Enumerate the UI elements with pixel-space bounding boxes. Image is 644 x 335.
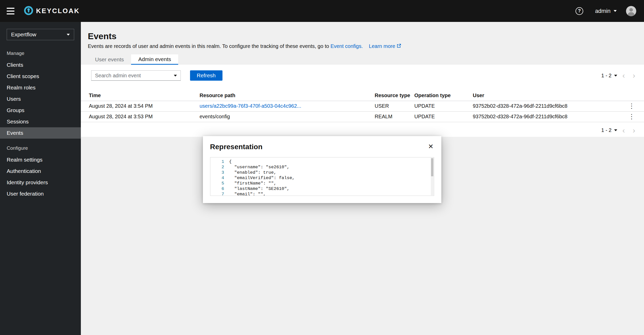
representation-code-editor[interactable]: 1 2 3 4 5 6 7 { "username": "se2610", "e… [210, 157, 434, 196]
learn-more-link[interactable]: Learn more [369, 43, 401, 49]
code-line: "username": "se2610", [229, 164, 295, 170]
pagination-bottom: 1 - 2 ‹ › [81, 122, 644, 134]
pagination-range-dropdown[interactable]: 1 - 2 [601, 73, 617, 79]
sidebar-item-realm-settings[interactable]: Realm settings [0, 154, 81, 165]
realm-selector[interactable]: Expertflow [7, 29, 74, 40]
search-admin-event-dropdown[interactable]: Search admin event [91, 70, 181, 81]
sidebar: Expertflow Manage Clients Client scopes … [0, 22, 81, 335]
code-content: { "username": "se2610", "enabled": true,… [224, 159, 295, 196]
sidebar-item-sessions[interactable]: Sessions [0, 116, 81, 127]
column-resource-path: Resource path [200, 90, 375, 101]
code-scrollbar[interactable] [431, 158, 434, 195]
column-resource-type: Resource type [375, 90, 414, 101]
nav-section-label: Configure [0, 139, 81, 154]
tab-user-events[interactable]: User events [88, 54, 131, 65]
pagination-range-dropdown[interactable]: 1 - 2 [601, 127, 617, 133]
row-actions-kebab-icon[interactable]: ⋮ [628, 113, 635, 120]
event-time: August 28, 2024 at 3:54 PM [81, 101, 200, 111]
nav-section-manage: Manage Clients Client scopes Realm roles… [0, 44, 81, 139]
resource-path: events/config [200, 111, 375, 122]
username-label: admin [595, 8, 611, 14]
chevron-down-icon [614, 75, 617, 77]
operation-type: UPDATE [414, 101, 473, 111]
hamburger-menu-icon[interactable] [7, 8, 15, 14]
close-icon[interactable]: ✕ [428, 143, 434, 150]
column-time: Time [81, 90, 200, 101]
page-title: Events [88, 31, 637, 41]
chevron-down-icon [174, 75, 177, 77]
sidebar-item-realm-roles[interactable]: Realm roles [0, 82, 81, 93]
brand-text: KEYCLOAK [36, 7, 80, 15]
sidebar-item-users[interactable]: Users [0, 93, 81, 105]
toolbar: Search admin event Refresh 1 - 2 ‹ › [81, 65, 644, 81]
topbar: KEYCLOAK ? admin [0, 0, 644, 22]
event-configs-link[interactable]: Event configs. [330, 43, 363, 49]
sidebar-item-events[interactable]: Events [0, 127, 81, 139]
modal-title: Representation [210, 143, 263, 151]
row-actions-kebab-icon[interactable]: ⋮ [628, 103, 635, 109]
code-line: "enabled": true, [229, 170, 295, 175]
external-link-icon [397, 43, 401, 49]
admin-events-table: Time Resource path Resource type Operati… [81, 90, 644, 122]
modal-body: 1 2 3 4 5 6 7 { "username": "se2610", "e… [203, 151, 441, 203]
representation-modal: Representation ✕ 1 2 3 4 5 6 7 { "userna… [203, 136, 441, 203]
keycloak-admin-console: KEYCLOAK ? admin Expertflow Manage Clien… [0, 0, 644, 335]
sidebar-item-client-scopes[interactable]: Client scopes [0, 71, 81, 82]
next-page-button[interactable]: › [630, 72, 638, 79]
line-numbers-gutter: 1 2 3 4 5 6 7 [210, 159, 224, 196]
chevron-down-icon [67, 34, 70, 36]
sidebar-item-clients[interactable]: Clients [0, 59, 81, 71]
next-page-button[interactable]: › [630, 127, 638, 134]
table-row: August 28, 2024 at 3:54 PM users/a22bc99… [81, 101, 644, 111]
sidebar-item-authentication[interactable]: Authentication [0, 165, 81, 177]
code-line: "emailVerified": false, [229, 175, 295, 181]
code-line: "firstName": "", [229, 181, 295, 186]
refresh-button[interactable]: Refresh [190, 70, 222, 81]
nav-section-configure: Configure Realm settings Authentication … [0, 139, 81, 199]
table-header-row: Time Resource path Resource type Operati… [81, 90, 644, 101]
code-line: { [229, 159, 295, 164]
tab-admin-events[interactable]: Admin events [131, 54, 178, 65]
event-user: 93752b02-d328-472a-96df-2211d9cf6bc8 [473, 101, 628, 111]
chevron-down-icon [614, 10, 617, 12]
column-user: User [473, 90, 628, 101]
scrollbar-thumb[interactable] [431, 158, 433, 176]
nav-section-label: Manage [0, 44, 81, 59]
keycloak-logo: KEYCLOAK [23, 5, 80, 17]
sidebar-item-groups[interactable]: Groups [0, 105, 81, 116]
page-header: Events Events are records of user and ad… [81, 22, 644, 49]
events-tabs: User events Admin events [88, 54, 644, 65]
realm-name: Expertflow [11, 31, 36, 38]
chevron-down-icon [614, 129, 617, 131]
prev-page-button[interactable]: ‹ [620, 127, 628, 134]
keycloak-logo-icon [23, 5, 34, 17]
page-description: Events are records of user and admin eve… [88, 43, 637, 49]
sidebar-item-user-federation[interactable]: User federation [0, 188, 81, 199]
avatar[interactable] [626, 6, 636, 16]
resource-path-link[interactable]: users/a22bc99a-76f3-470f-a503-04c4c962..… [200, 103, 301, 109]
table-row: August 28, 2024 at 3:53 PM events/config… [81, 111, 644, 122]
prev-page-button[interactable]: ‹ [620, 72, 628, 79]
modal-header: Representation ✕ [203, 136, 441, 151]
resource-type: USER [375, 101, 414, 111]
event-time: August 28, 2024 at 3:53 PM [81, 111, 200, 122]
pagination-top: 1 - 2 ‹ › [601, 72, 638, 79]
code-line: "email": "", [229, 191, 295, 196]
operation-type: UPDATE [414, 111, 473, 122]
help-icon[interactable]: ? [576, 7, 583, 15]
admin-events-panel: Search admin event Refresh 1 - 2 ‹ › [81, 65, 644, 137]
sidebar-item-identity-providers[interactable]: Identity providers [0, 177, 81, 188]
column-operation-type: Operation type [414, 90, 473, 101]
resource-type: REALM [375, 111, 414, 122]
event-user: 93752b02-d328-472a-96df-2211d9cf6bc8 [473, 111, 628, 122]
user-menu-dropdown[interactable]: admin [595, 8, 617, 14]
code-line: "lastName": "SE2610", [229, 186, 295, 191]
